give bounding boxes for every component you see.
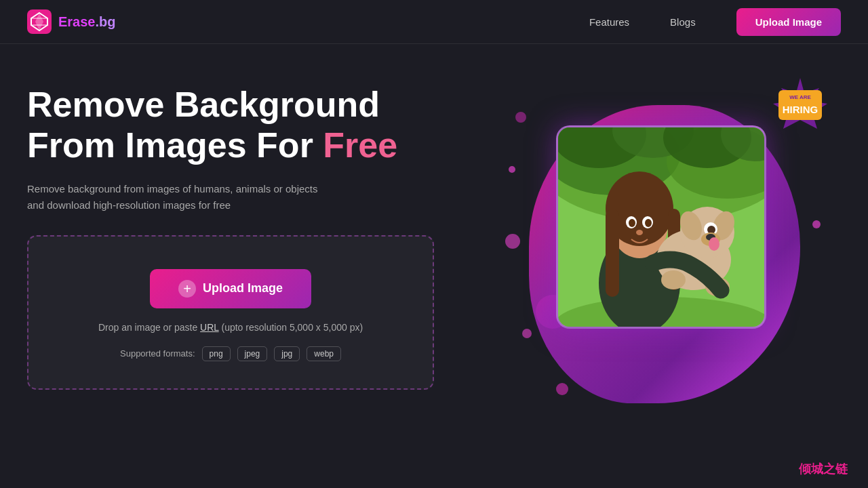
hiring-badge[interactable]: WE ARE HIRING xyxy=(766,78,827,125)
format-jpg: jpg xyxy=(274,346,300,361)
nav-upload-button[interactable]: Upload Image xyxy=(736,8,841,36)
formats-row: Supported formats: png jpeg jpg webp xyxy=(120,346,341,361)
plus-icon: + xyxy=(178,280,196,298)
left-panel: Remove Background From Images For Free R… xyxy=(27,78,488,488)
main-content: Remove Background From Images For Free R… xyxy=(0,44,868,488)
svg-text:WE ARE: WE ARE xyxy=(789,94,811,100)
drop-prefix: Drop an image or paste xyxy=(98,322,200,333)
url-link[interactable]: URL xyxy=(200,322,219,333)
upload-dropzone[interactable]: + Upload Image Drop an image or paste UR… xyxy=(27,235,434,390)
right-panel: WE ARE HIRING xyxy=(488,78,841,488)
subtitle: Remove background from images of humans,… xyxy=(27,181,393,214)
svg-point-33 xyxy=(709,237,719,251)
headline-free: Free xyxy=(323,125,397,165)
dot-6 xyxy=(812,220,821,228)
format-jpeg: jpeg xyxy=(237,346,268,361)
logo-text: Erase.bg xyxy=(58,14,116,30)
drop-hint: Drop an image or paste URL (upto resolut… xyxy=(98,322,363,333)
svg-point-24 xyxy=(636,230,643,235)
nav-blogs[interactable]: Blogs xyxy=(670,16,696,28)
upload-button[interactable]: + Upload Image xyxy=(150,269,311,308)
headline: Remove Background From Images For Free xyxy=(27,85,488,166)
svg-point-23 xyxy=(645,219,652,227)
dot-5 xyxy=(556,383,568,395)
dot-4 xyxy=(522,329,532,338)
format-png: png xyxy=(202,346,231,361)
svg-rect-18 xyxy=(606,209,619,297)
headline-line1: Remove Background xyxy=(27,85,380,124)
photo-svg xyxy=(558,127,764,327)
dot-2 xyxy=(509,166,515,173)
watermark: 倾城之链 xyxy=(799,461,848,477)
photo-canvas xyxy=(558,127,764,327)
hiring-starburst: WE ARE HIRING xyxy=(766,78,834,132)
format-webp: webp xyxy=(307,346,341,361)
logo-icon xyxy=(27,9,52,34)
drop-suffix: (upto resolution 5,000 x 5,000 px) xyxy=(219,322,363,333)
hero-photo xyxy=(556,125,766,329)
nav-features[interactable]: Features xyxy=(589,16,629,28)
navbar: Erase.bg Features Blogs Upload Image xyxy=(0,0,868,44)
svg-text:HIRING: HIRING xyxy=(783,104,818,115)
svg-point-22 xyxy=(629,219,635,227)
formats-label: Supported formats: xyxy=(120,348,195,359)
nav-links: Features Blogs Upload Image xyxy=(589,8,841,36)
dot-3 xyxy=(505,234,520,249)
hero-illustration: WE ARE HIRING xyxy=(502,85,827,437)
headline-line2: From Images For xyxy=(27,125,323,165)
svg-point-34 xyxy=(661,270,686,289)
upload-button-label: Upload Image xyxy=(203,281,283,296)
dot-1 xyxy=(515,112,526,123)
logo[interactable]: Erase.bg xyxy=(27,9,116,34)
